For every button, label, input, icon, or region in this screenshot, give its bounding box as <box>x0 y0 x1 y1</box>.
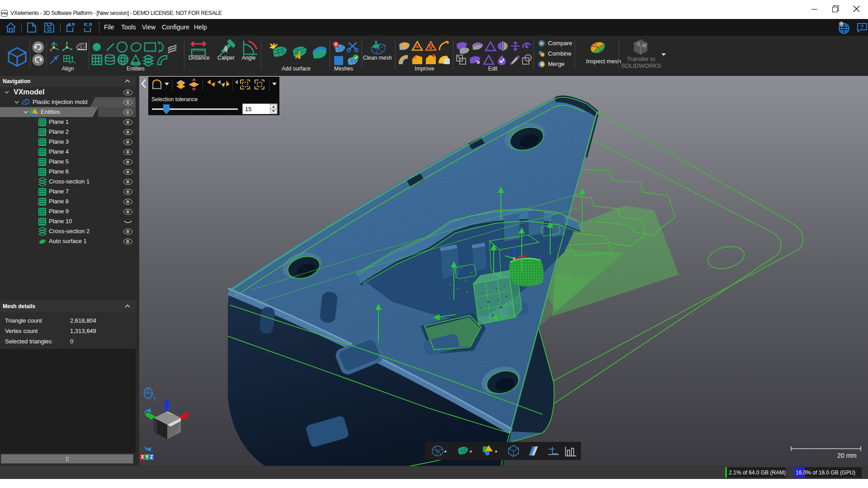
svg-text:W: W <box>642 43 647 48</box>
svg-text:?: ? <box>840 22 843 26</box>
svg-text:S: S <box>637 41 640 47</box>
svg-text:?: ? <box>860 24 863 30</box>
